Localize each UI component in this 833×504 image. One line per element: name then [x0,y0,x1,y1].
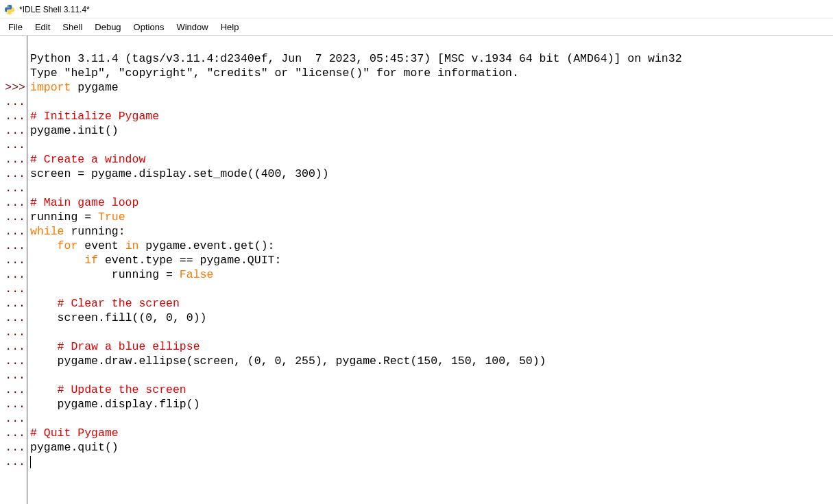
comment-text: # Update the screen [58,383,186,396]
prompt-cont: ... [5,427,25,440]
code-line: # Draw a blue ellipse [30,340,200,353]
prompt-cont: ... [5,225,25,238]
code-line: screen = pygame.display.set_mode((400, 3… [30,167,329,180]
prompt-cont: ... [5,182,25,195]
code-line-blank [30,326,37,339]
keyword-for: for [58,239,78,252]
prompt-cont: ... [5,268,25,281]
shell-area[interactable]: >>> ... ... ... ... ... ... ... ... ... … [0,36,833,504]
code-line-blank [30,182,37,195]
keyword-true: True [98,211,125,224]
prompt-blank [19,52,25,65]
code-line: screen.fill((0, 0, 0)) [30,311,206,324]
code-text: pygame.event.get(): [138,239,274,252]
prompt-cont: ... [5,110,25,123]
keyword-in: in [125,239,139,252]
code-text [30,297,58,310]
code-text: running = [30,268,180,281]
prompt-cont: ... [5,369,25,382]
comment-line: # Create a window [30,153,145,166]
prompt-cont: ... [5,139,25,152]
menu-window[interactable]: Window [171,21,213,34]
prompt-cont: ... [5,340,25,353]
comment-line: # Quit Pygame [30,427,119,440]
prompt-cont: ... [5,167,25,180]
code-line: pygame.draw.ellipse(screen, (0, 0, 255),… [30,355,546,368]
code-text: pygame [71,81,118,94]
prompt-cont: ... [5,398,25,411]
keyword-if: if [84,254,98,267]
prompt-cont: ... [5,95,25,108]
menu-help[interactable]: Help [215,21,245,34]
comment-text: # Clear the screen [58,297,180,310]
banner-line-2: Type "help", "copyright", "credits" or "… [30,67,519,80]
python-icon [4,4,15,15]
prompt-cont: ... [5,153,25,166]
prompt-first: >>> [5,81,25,94]
comment-line: # Main game loop [30,196,138,209]
keyword-import: import [30,81,71,94]
code-line-blank [30,139,37,152]
prompt-gutter: >>> ... ... ... ... ... ... ... ... ... … [0,36,27,504]
menu-debug[interactable]: Debug [89,21,126,34]
code-line-blank [30,369,37,382]
titlebar: *IDLE Shell 3.11.4* [0,0,833,19]
code-line-blank [30,95,37,108]
menu-edit[interactable]: Edit [29,21,56,34]
code-area[interactable]: Python 3.11.4 (tags/v3.11.4:d2340ef, Jun… [27,36,833,504]
code-line-blank [30,412,37,425]
code-line: running = False [30,268,213,281]
code-text [30,254,84,267]
code-text [30,239,58,252]
code-line: if event.type == pygame.QUIT: [30,254,281,267]
menubar: File Edit Shell Debug Options Window Hel… [0,19,833,36]
keyword-while: while [30,225,64,238]
code-text: running: [64,225,125,238]
code-line: # Update the screen [30,383,186,396]
keyword-false: False [180,268,214,281]
prompt-cont: ... [5,254,25,267]
menu-file[interactable]: File [3,21,28,34]
code-line-blank [30,283,37,296]
code-text: event [77,239,125,252]
prompt-cont: ... [5,455,25,468]
banner-line-1: Python 3.11.4 (tags/v3.11.4:d2340ef, Jun… [30,52,682,65]
prompt-cont: ... [5,441,25,454]
code-line: while running: [30,225,125,238]
prompt-cont: ... [5,383,25,396]
prompt-cont: ... [5,196,25,209]
code-line: pygame.init() [30,124,119,137]
code-text: running = [30,211,98,224]
prompt-cont: ... [5,326,25,339]
code-line: pygame.quit() [30,441,119,454]
text-cursor [30,456,31,468]
prompt-cont: ... [5,355,25,368]
code-line: running = True [30,211,125,224]
code-text [30,340,58,353]
prompt-cont: ... [5,239,25,252]
code-line: for event in pygame.event.get(): [30,239,275,252]
prompt-blank [19,67,25,80]
code-text: event.type == pygame.QUIT: [98,254,281,267]
code-text [30,383,58,396]
prompt-cont: ... [5,283,25,296]
menu-options[interactable]: Options [128,21,170,34]
prompt-cont: ... [5,311,25,324]
prompt-cont: ... [5,211,25,224]
comment-text: # Draw a blue ellipse [58,340,200,353]
comment-line: # Initialize Pygame [30,110,159,123]
window-title: *IDLE Shell 3.11.4* [19,5,90,14]
code-line: # Clear the screen [30,297,180,310]
prompt-cont: ... [5,124,25,137]
code-line: import pygame [30,81,119,94]
prompt-cont: ... [5,297,25,310]
menu-shell[interactable]: Shell [57,21,88,34]
cursor-line [30,455,31,468]
prompt-cont: ... [5,412,25,425]
code-line: pygame.display.flip() [30,398,200,411]
